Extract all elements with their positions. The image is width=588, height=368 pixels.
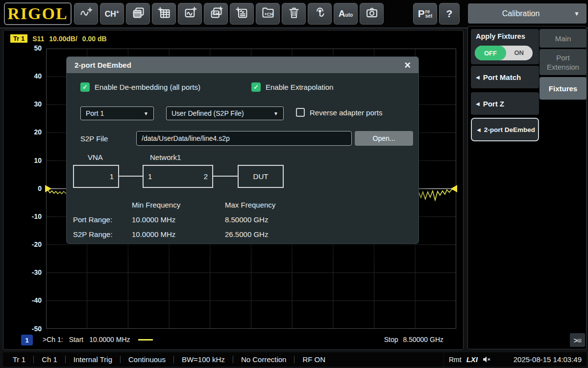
deembed-button[interactable]: ◀ 2-port DeEmbed: [471, 118, 539, 141]
dut-label: DUT: [253, 172, 269, 181]
tab-fixtures[interactable]: Fixtures: [539, 77, 587, 100]
left-arrow-icon: ◀: [477, 127, 481, 132]
tab-main[interactable]: Main: [539, 29, 587, 48]
left-arrow-icon: ◀: [476, 75, 480, 80]
left-arrow-icon: ◀: [476, 101, 480, 106]
add-trace-window-button[interactable]: [178, 3, 202, 25]
start-value: 10.0000 MHz: [89, 336, 130, 343]
apply-fixtures-toggle[interactable]: ON OFF: [475, 46, 533, 60]
y-axis-label: -10: [16, 212, 42, 220]
checkbox-unchecked-icon[interactable]: [296, 108, 305, 117]
min-frequency-header: Min Frequency: [132, 201, 180, 209]
port-select[interactable]: Port 1 ▼: [80, 106, 154, 120]
toggle-off-label: OFF: [475, 46, 506, 60]
new-channel-folder-button[interactable]: +CH: [256, 3, 280, 25]
enable-extrapolation-label: Enable Extrapolation: [266, 83, 333, 91]
max-frequency-header: Max Frequency: [225, 201, 275, 209]
trash-icon: [288, 6, 300, 21]
add-table-button[interactable]: [152, 3, 176, 25]
add-channel-window-button[interactable]: CH: [204, 3, 228, 25]
status-sweep: Continuous: [128, 355, 166, 364]
autoscale-button[interactable]: Auto: [334, 3, 358, 25]
window-layout-button[interactable]: [126, 3, 150, 25]
calibration-menu-panel: Apply Fixtures ON OFF ◀ Port Match ◀ Por…: [467, 26, 587, 349]
open-file-button[interactable]: Open...: [355, 131, 413, 146]
channel-badge[interactable]: 1: [21, 335, 33, 345]
y-axis-label: -50: [16, 325, 42, 333]
trace-info: Tr 1 S11 10.00dB/ 0.00 dB: [10, 34, 107, 43]
y-axis-label: 30: [16, 100, 42, 108]
preset-icon: P reset: [418, 8, 432, 20]
separator: [120, 356, 121, 363]
separator: [33, 356, 34, 363]
channel-window-ch-label: CH: [213, 11, 219, 16]
stop-frequency[interactable]: Stop 8.50000 GHz: [384, 336, 443, 343]
network1-label: Network1: [150, 153, 181, 161]
delete-button[interactable]: [282, 3, 306, 25]
trace-badge[interactable]: Tr 1: [10, 34, 27, 43]
y-axis-label: -40: [16, 296, 42, 304]
remote-indicator: Rmt: [449, 356, 462, 364]
system-status-bar: Rmt LXI 2025-08-15 14:03:49: [444, 352, 587, 367]
network1-port2: 2: [204, 172, 208, 181]
status-correction: No Correction: [241, 355, 287, 364]
preset-button[interactable]: P reset: [413, 3, 437, 25]
s2p-file-input[interactable]: [136, 131, 352, 146]
s2p-file-label: S2P File: [80, 134, 108, 143]
menu-title-dropdown[interactable]: Calibration ▼: [468, 3, 587, 24]
s2p-range-label: S2P Range:: [73, 230, 113, 238]
console-icon[interactable]: >≡: [570, 333, 585, 347]
trace-color-swatch: [138, 339, 153, 341]
start-label: Start: [69, 336, 84, 343]
menu-title: Calibration: [468, 9, 574, 18]
s2p-range-max: 26.5000 GHz: [225, 230, 268, 238]
touch-icon: [313, 6, 327, 22]
separator: [173, 356, 174, 363]
port-z-button[interactable]: ◀ Port Z: [471, 92, 539, 115]
add-trace-list-button[interactable]: [230, 3, 254, 25]
network1-port1: 1: [148, 172, 152, 181]
stop-value: 8.50000 GHz: [403, 336, 444, 343]
network1-box: 1 2: [143, 165, 213, 188]
status-rf: RF ON: [302, 355, 325, 364]
chevron-down-icon: ▼: [273, 111, 278, 116]
folder-ch-label: +CH: [265, 12, 273, 17]
screenshot-button[interactable]: [360, 3, 384, 25]
touch-button[interactable]: [308, 3, 332, 25]
add-channel-button[interactable]: CH+: [100, 3, 124, 25]
connector-line: [119, 176, 143, 177]
dialog-title-bar[interactable]: 2-port DeEmbed ×: [67, 57, 418, 73]
y-axis-label: 10: [16, 157, 42, 164]
vna-box: 1: [73, 165, 119, 188]
channel-prefix: >Ch 1:: [43, 336, 63, 343]
y-axis-label: 50: [16, 44, 42, 52]
add-table-icon: [157, 6, 171, 22]
lxi-indicator: LXI: [466, 355, 478, 364]
connector-line: [213, 176, 238, 177]
y-axis-label: -20: [16, 240, 42, 248]
separator: [294, 356, 294, 363]
enable-extrapolation-checkbox-row[interactable]: ✓ Enable Extrapolation: [251, 82, 333, 92]
checkbox-checked-icon[interactable]: ✓: [251, 82, 261, 92]
enable-deembed-checkbox-row[interactable]: ✓ Enable De-embedding (all ports): [80, 82, 200, 92]
dut-box: DUT: [238, 165, 284, 188]
close-icon[interactable]: ×: [404, 60, 411, 70]
channel-plus-icon: CH+: [105, 9, 120, 19]
add-trace-button[interactable]: [74, 3, 98, 25]
reverse-ports-checkbox-row[interactable]: Reverse adapter ports: [296, 108, 382, 117]
tab-port-extension[interactable]: Port Extension: [539, 49, 587, 75]
separator: [65, 356, 66, 363]
vna-port-number: 1: [110, 172, 114, 181]
start-frequency[interactable]: >Ch 1: Start 10.0000 MHz: [43, 336, 153, 343]
checkbox-checked-icon[interactable]: ✓: [80, 82, 90, 92]
port-select-value: Port 1: [86, 109, 140, 117]
reference-marker-right[interactable]: [451, 185, 457, 192]
deembed-dialog: 2-port DeEmbed × ✓ Enable De-embedding (…: [66, 56, 419, 244]
help-button[interactable]: ?: [439, 3, 460, 25]
stop-label: Stop: [384, 336, 398, 343]
toggle-on-label: ON: [514, 49, 524, 56]
add-trace-list-icon: [235, 6, 249, 22]
speaker-muted-icon[interactable]: [483, 356, 491, 363]
port-match-button[interactable]: ◀ Port Match: [471, 66, 539, 88]
network-type-select[interactable]: User Defined (S2P File) ▼: [166, 106, 284, 120]
